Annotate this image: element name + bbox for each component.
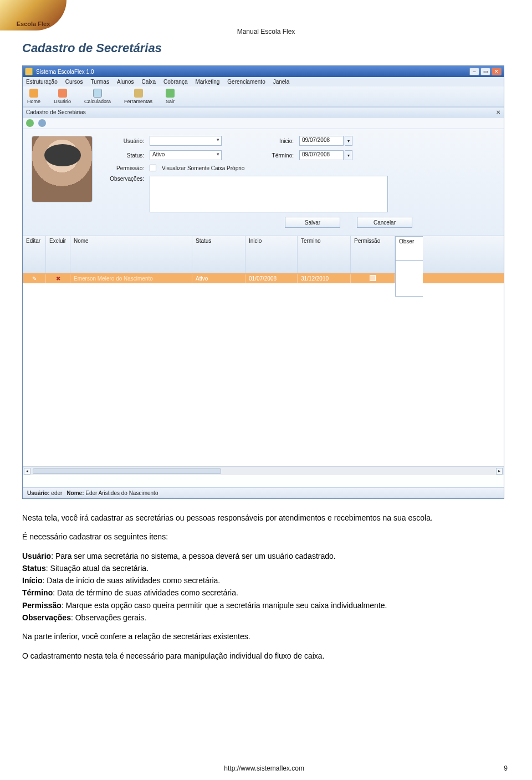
child-close-button[interactable]: ✕ xyxy=(496,109,500,115)
cancelar-button[interactable]: Cancelar xyxy=(357,217,412,228)
inicio-date-input[interactable]: 09/07/2008 xyxy=(299,136,344,146)
form-panel: Usuário: Inicio: 09/07/2008 ▾ Status: At… xyxy=(23,129,504,236)
menu-estruturacao[interactable]: Estruturação xyxy=(26,79,58,85)
label-usuario: Usuário: xyxy=(103,138,144,144)
main-toolbar: Home Usuário Calculadora Ferramentas Sai… xyxy=(23,86,504,107)
def-termino-label: Término xyxy=(22,588,53,597)
col-status[interactable]: Status xyxy=(192,236,245,273)
footer-url: http://www.sistemaflex.com xyxy=(224,764,304,772)
col-editar[interactable]: Editar xyxy=(23,236,46,273)
status-usuario-value: eder xyxy=(51,490,62,496)
row-permissao xyxy=(351,274,395,283)
def-inicio-label: Início xyxy=(22,576,43,585)
def-termino-text: : Data de término de suas atividades com… xyxy=(53,588,238,597)
scroll-right-icon[interactable]: ▸ xyxy=(496,468,503,475)
row-termino: 31/12/2010 xyxy=(298,274,351,283)
menu-janela[interactable]: Janela xyxy=(273,79,289,85)
label-termino: Término: xyxy=(266,152,294,159)
row-perm-checkbox[interactable] xyxy=(370,275,376,281)
def-observacoes-text: : Observações gerais. xyxy=(71,613,146,622)
close-button[interactable]: ✕ xyxy=(492,68,502,75)
col-permissao[interactable]: Permissão xyxy=(351,236,395,273)
row-status: Ativo xyxy=(192,274,245,283)
child-window-titlebar: Cadastro de Secretárias ✕ xyxy=(23,107,504,118)
status-nome-value: Eder Aristides do Nascimento xyxy=(85,490,158,496)
label-inicio: Inicio: xyxy=(266,138,294,144)
row-delete-icon[interactable]: ✖ xyxy=(46,274,70,283)
manual-body-text: Nesta tela, você irá cadastrar as secret… xyxy=(22,512,510,661)
menu-gerenciamento[interactable]: Gerenciamento xyxy=(227,79,265,85)
usuario-combo[interactable] xyxy=(150,136,222,146)
def-permissao-text: : Marque esta opção caso queira permitir… xyxy=(62,601,387,610)
permissao-checkbox-label: Visualizar Somente Caixa Próprio xyxy=(162,165,244,171)
col-termino[interactable]: Termino xyxy=(298,236,351,273)
document-header: Manual Escola Flex xyxy=(22,28,510,35)
app-screenshot: Sistema EscolaFlex 1.0 – ▭ ✕ Estruturaçã… xyxy=(22,65,504,499)
toolbar-usuario[interactable]: Usuário xyxy=(54,89,71,104)
label-permissao: Permissão: xyxy=(103,165,144,171)
def-usuario-text: : Para ser uma secretária no sistema, a … xyxy=(51,552,336,560)
toolbar-ferramentas[interactable]: Ferramentas xyxy=(124,89,152,104)
app-icon xyxy=(25,68,33,75)
row-inicio: 01/07/2008 xyxy=(245,274,298,283)
tools-icon xyxy=(134,89,143,98)
scroll-left-icon[interactable]: ◂ xyxy=(24,468,30,475)
termino-date-input[interactable]: 09/07/2008 xyxy=(299,150,344,160)
status-combo[interactable]: Ativo xyxy=(150,150,222,160)
page-footer: http://www.sistemaflex.com 9 xyxy=(0,764,532,772)
menu-cursos[interactable]: Cursos xyxy=(65,79,83,85)
row-obs: TESTE xyxy=(395,260,423,297)
toolbar-home[interactable]: Home xyxy=(27,89,40,104)
grid-body-empty xyxy=(23,283,504,466)
page-number: 9 xyxy=(504,764,508,772)
statusbar-spacer xyxy=(23,475,504,487)
col-inicio[interactable]: Inicio xyxy=(245,236,298,273)
horizontal-scrollbar[interactable]: ◂ ▸ xyxy=(23,466,504,475)
menu-alunos[interactable]: Alunos xyxy=(117,79,134,85)
window-title: Sistema EscolaFlex 1.0 xyxy=(36,69,94,75)
grid-header-row: Editar Excluir Nome Status Inicio Termin… xyxy=(23,236,504,273)
toolbar-calculadora[interactable]: Calculadora xyxy=(84,89,111,104)
menu-cobranca[interactable]: Cobrança xyxy=(163,79,187,85)
menu-bar: Estruturação Cursos Turmas Alunos Caixa … xyxy=(23,77,504,86)
minimize-button[interactable]: – xyxy=(469,68,479,75)
final-paragraph: O cadastramento nesta tela é necessário … xyxy=(22,650,510,661)
home-icon xyxy=(29,89,38,98)
child-window-title: Cadastro de Secretárias xyxy=(26,109,86,115)
menu-marketing[interactable]: Marketing xyxy=(195,79,219,85)
user-icon xyxy=(58,89,67,98)
logo-text: Escola Flex xyxy=(17,21,50,27)
menu-caixa[interactable]: Caixa xyxy=(142,79,156,85)
lower-paragraph: Na parte inferior, você confere a relaçã… xyxy=(22,631,510,642)
form-toolbar xyxy=(23,118,504,129)
exit-icon xyxy=(166,89,175,98)
inicio-date-picker-icon[interactable]: ▾ xyxy=(345,136,352,146)
col-nome[interactable]: Nome xyxy=(70,236,192,273)
refresh-icon[interactable] xyxy=(38,119,46,127)
section-title: Cadastro de Secretárias xyxy=(22,41,510,55)
salvar-button[interactable]: Salvar xyxy=(285,217,340,228)
row-edit-icon[interactable]: ✎ xyxy=(23,274,46,283)
window-titlebar: Sistema EscolaFlex 1.0 – ▭ ✕ xyxy=(23,66,504,77)
observacoes-textarea[interactable] xyxy=(150,176,388,212)
menu-turmas[interactable]: Turmas xyxy=(90,79,109,85)
scroll-thumb[interactable] xyxy=(33,468,221,474)
toolbar-sair[interactable]: Sair xyxy=(166,89,175,104)
lead-paragraph: É necessário cadastrar os seguintes iten… xyxy=(22,531,510,542)
col-excluir[interactable]: Excluir xyxy=(46,236,70,273)
status-nome-label: Nome: xyxy=(66,490,84,496)
avatar-image xyxy=(32,136,93,202)
def-inicio-text: : Data de início de suas atividades como… xyxy=(43,576,221,585)
add-icon[interactable] xyxy=(26,119,34,127)
status-bar: Usuário: eder Nome: Eder Aristides do Na… xyxy=(23,487,504,498)
grid-row[interactable]: ✎ ✖ Emerson Melero do Nascimento Ativo 0… xyxy=(23,273,504,283)
maximize-button[interactable]: ▭ xyxy=(480,68,490,75)
termino-date-picker-icon[interactable]: ▾ xyxy=(345,150,352,160)
def-status-label: Status xyxy=(22,564,46,573)
def-status-text: : Situação atual da secretária. xyxy=(46,564,149,573)
status-usuario-label: Usuário: xyxy=(27,490,50,496)
def-observacoes-label: Observações xyxy=(22,613,71,622)
label-observacoes: Observações: xyxy=(103,176,144,182)
permissao-checkbox[interactable] xyxy=(150,165,156,171)
label-status: Status: xyxy=(103,152,144,159)
